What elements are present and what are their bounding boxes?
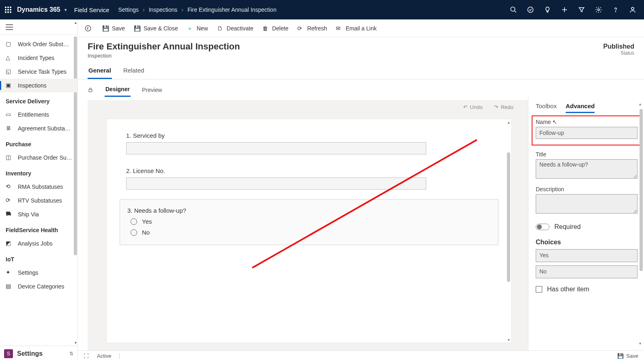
- plus-icon[interactable]: [560, 5, 569, 15]
- main: 💾Save 💾Save & Close ＋New 🗋Deactivate 🗑De…: [78, 19, 644, 361]
- sidebar-group-header: Purchase: [0, 135, 77, 151]
- svg-line-10: [514, 11, 516, 13]
- chevron-down-icon[interactable]: ▾: [64, 7, 67, 13]
- gear-icon[interactable]: [594, 5, 603, 15]
- tab-related[interactable]: Related: [122, 64, 145, 79]
- refresh-button[interactable]: ⟳Refresh: [297, 25, 327, 32]
- question-follow-up-selected[interactable]: 3. Needs a follow-up? Yes No: [120, 199, 498, 245]
- sidebar-item-purchase-order-sub[interactable]: ◫Purchase Order Su…: [0, 151, 77, 164]
- required-toggle[interactable]: [536, 224, 550, 230]
- sidebar-item-rma-substatuses[interactable]: ⟲RMA Substatuses: [0, 180, 77, 194]
- save-button[interactable]: 💾Save: [102, 25, 125, 32]
- save-close-button[interactable]: 💾Save & Close: [134, 25, 178, 32]
- sidebar-item-device-categories[interactable]: ▤Device Categories: [0, 280, 77, 293]
- required-label: Required: [554, 223, 581, 231]
- svg-point-11: [528, 7, 533, 13]
- annotation-highlight: Name↖: [532, 115, 642, 145]
- svg-point-1: [7, 6, 9, 8]
- text-input[interactable]: [126, 142, 426, 154]
- property-panel: ▴▾ Toolbox Advanced Name↖ Title Needs a …: [528, 97, 644, 350]
- title-input[interactable]: Needs a follow-up?: [536, 159, 638, 179]
- name-field-label: Name↖: [536, 119, 638, 125]
- svg-point-8: [10, 11, 11, 13]
- undo-button[interactable]: ↶ Undo: [463, 104, 483, 110]
- task-check-icon[interactable]: [526, 5, 535, 15]
- designer-surface[interactable]: ▴ ▾ 1. Serviced by 2. License No. 3. Nee…: [106, 119, 512, 343]
- deactivate-button[interactable]: 🗋Deactivate: [217, 25, 253, 32]
- status-label: Status: [603, 50, 634, 56]
- radio-option-no[interactable]: No: [131, 229, 491, 236]
- subtab-preview[interactable]: Preview: [141, 84, 163, 96]
- sidebar-item-entitlements[interactable]: ▭Entitlements: [0, 108, 77, 122]
- area-switcher[interactable]: S Settings ⇅: [0, 346, 77, 361]
- canvas-scroll-down[interactable]: ▾: [508, 338, 510, 342]
- form-tabs: General Related: [78, 59, 644, 79]
- footer-bar: ⛶ Active 💾 Save: [78, 350, 644, 361]
- sidebar: ▴ ▢Work Order Subst… △Incident Types ◱Se…: [0, 19, 78, 361]
- text-input[interactable]: [126, 177, 426, 190]
- help-icon[interactable]: [611, 5, 620, 15]
- switcher-label: Settings: [17, 350, 43, 357]
- lightbulb-icon[interactable]: [543, 5, 552, 15]
- breadcrumb-item[interactable]: Inspections: [149, 6, 178, 13]
- tab-general[interactable]: General: [88, 64, 112, 79]
- name-input[interactable]: [536, 127, 638, 139]
- sidebar-item-ship-via[interactable]: ⛟Ship Via: [0, 207, 77, 221]
- checkbox-icon: [536, 286, 542, 293]
- breadcrumb: Settings› Inspections› Fire Extinguisher…: [118, 6, 276, 13]
- question-label: 1. Serviced by: [126, 132, 492, 139]
- footer-save-button[interactable]: 💾 Save: [617, 353, 638, 359]
- canvas-scroll-up[interactable]: ▴: [508, 120, 510, 124]
- sidebar-item-inspections[interactable]: ▣Inspections: [0, 79, 77, 92]
- breadcrumb-item: Fire Extinguisher Annual Inspection: [187, 6, 276, 13]
- choice-input[interactable]: Yes: [536, 249, 638, 262]
- search-icon[interactable]: [509, 5, 518, 15]
- email-link-button[interactable]: ✉Email a Link: [336, 25, 376, 32]
- title-field-label: Title: [536, 151, 638, 158]
- app-launcher-icon[interactable]: [3, 5, 13, 15]
- subtab-designer[interactable]: Designer: [105, 83, 131, 97]
- expand-icon[interactable]: ⛶: [84, 353, 89, 359]
- radio-option-yes[interactable]: Yes: [131, 218, 491, 225]
- question-license-no[interactable]: 2. License No.: [126, 167, 492, 190]
- panel-scroll-down[interactable]: ▾: [639, 341, 641, 346]
- sidebar-group-header: Service Delivery: [0, 92, 77, 108]
- description-input[interactable]: [536, 194, 638, 214]
- description-field-label: Description: [536, 186, 638, 192]
- sidebar-item-rtv-substatuses[interactable]: ⟳RTV Substatuses: [0, 194, 77, 207]
- radio-icon: [131, 218, 137, 225]
- sidebar-item-service-task-types[interactable]: ◱Service Task Types: [0, 65, 77, 79]
- command-bar: 💾Save 💾Save & Close ＋New 🗋Deactivate 🗑De…: [78, 19, 644, 37]
- sidebar-item-work-order-substatus[interactable]: ▢Work Order Subst…: [0, 37, 77, 51]
- sidebar-item-agreement-substatus[interactable]: 🗎Agreement Substa…: [0, 122, 77, 135]
- scroll-down-caret[interactable]: ▾: [75, 340, 77, 345]
- delete-button[interactable]: 🗑Delete: [262, 25, 288, 32]
- sidebar-item-iot-settings[interactable]: ✦Settings: [0, 266, 77, 280]
- scroll-up-caret[interactable]: ▴: [75, 20, 77, 25]
- has-other-label: Has other item: [547, 286, 589, 293]
- app-name[interactable]: Field Service: [74, 6, 109, 13]
- panel-scrollbar[interactable]: [640, 109, 643, 271]
- canvas-scrollbar[interactable]: [507, 152, 510, 282]
- sidebar-item-incident-types[interactable]: △Incident Types: [0, 51, 77, 65]
- choice-input[interactable]: No: [536, 265, 638, 278]
- back-button[interactable]: [84, 25, 93, 32]
- svg-point-4: [7, 9, 9, 10]
- entity-name: Inspection: [88, 53, 240, 59]
- brand-label[interactable]: Dynamics 365: [17, 6, 60, 13]
- panel-tab-advanced[interactable]: Advanced: [566, 103, 595, 113]
- sidebar-item-analysis-jobs[interactable]: ◩Analysis Jobs: [0, 237, 77, 250]
- panel-scroll-up[interactable]: ▴: [639, 102, 641, 106]
- has-other-row[interactable]: Has other item: [536, 286, 638, 293]
- filter-funnel-icon[interactable]: [577, 5, 586, 15]
- hamburger-button[interactable]: [0, 19, 77, 35]
- user-icon[interactable]: [628, 5, 638, 15]
- sidebar-scrollbar[interactable]: [74, 36, 77, 255]
- svg-point-7: [7, 11, 9, 13]
- chevron-updown-icon: ⇅: [69, 351, 73, 357]
- panel-tab-toolbox[interactable]: Toolbox: [536, 103, 557, 113]
- question-serviced-by[interactable]: 1. Serviced by: [126, 132, 492, 154]
- new-button[interactable]: ＋New: [187, 25, 208, 32]
- breadcrumb-item[interactable]: Settings: [118, 6, 139, 13]
- redo-button[interactable]: ↷ Redo: [494, 104, 513, 110]
